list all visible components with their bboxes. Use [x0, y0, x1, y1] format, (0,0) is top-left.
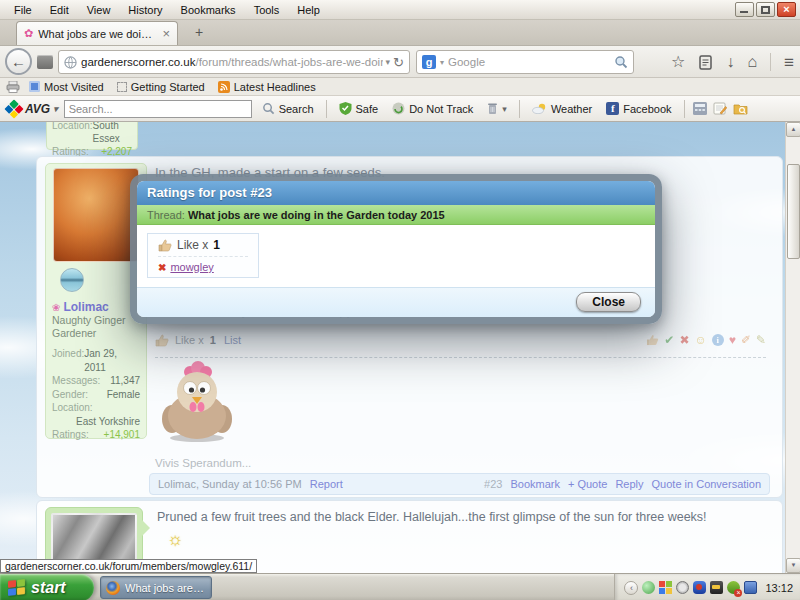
post-meta: Lolimac, Sunday at 10:56 PM — [158, 478, 302, 490]
rate-agree-icon[interactable]: ✔ — [664, 333, 674, 347]
search-bar[interactable]: g ▾ — [416, 50, 634, 74]
avg-safe-button[interactable]: Safe — [335, 100, 383, 117]
printer-icon[interactable] — [6, 81, 20, 93]
scrollbar-thumb[interactable] — [787, 164, 800, 259]
tab-close-icon[interactable]: × — [162, 27, 170, 40]
scroll-down-button[interactable]: ▼ — [786, 558, 800, 573]
home-icon[interactable]: ⌂ — [747, 54, 757, 70]
modal-footer: Close — [137, 287, 655, 317]
tray-windows-icon[interactable] — [659, 581, 672, 594]
user-title: Naughty GingerGardener — [52, 314, 140, 340]
bookmark-star-icon[interactable]: ☆ — [671, 54, 685, 70]
windows-logo-icon — [8, 579, 25, 596]
rate-like-icon[interactable] — [646, 334, 659, 346]
menu-edit[interactable]: Edit — [42, 2, 77, 18]
menu-bookmarks[interactable]: Bookmarks — [173, 2, 244, 18]
getting-started-icon — [117, 82, 127, 92]
tray-collapse-icon[interactable]: ‹ — [624, 581, 638, 595]
sun-emoticon-icon: ☼ — [167, 529, 184, 550]
downloads-icon[interactable]: ↓ — [726, 54, 734, 70]
avg-magnifier-icon — [262, 102, 275, 115]
notepad-icon[interactable] — [713, 102, 727, 115]
remove-rating-icon[interactable]: ✖ — [158, 262, 166, 273]
new-tab-button[interactable]: + — [186, 23, 212, 42]
thumbs-up-icon — [155, 334, 169, 347]
minimize-button[interactable] — [735, 2, 754, 17]
rate-useful-icon[interactable]: ✐ — [741, 333, 751, 347]
start-button[interactable]: start — [0, 574, 94, 600]
next-user-avatar[interactable] — [51, 513, 137, 565]
menu-tools[interactable]: Tools — [246, 2, 288, 18]
back-button[interactable]: ← — [5, 48, 32, 75]
avg-trash-button[interactable]: ▾ — [483, 100, 511, 117]
bookmarks-toolbar: Most Visited Getting Started Latest Head… — [0, 78, 800, 96]
google-engine-icon[interactable]: g — [422, 55, 436, 69]
tray-phone-icon[interactable] — [710, 581, 723, 594]
folder-search-icon[interactable] — [733, 102, 748, 115]
avg-search-input[interactable] — [64, 100, 252, 118]
taskbar-task-firefox[interactable]: What jobs are we doi... — [100, 576, 212, 599]
avg-facebook-button[interactable]: f Facebook — [602, 100, 675, 117]
bookmark-link[interactable]: Bookmark — [510, 478, 560, 490]
address-bar[interactable]: gardenerscorner.co.uk/forum/threads/what… — [58, 50, 410, 74]
chicken-image — [157, 359, 237, 443]
rate-informative-icon[interactable]: i — [712, 334, 724, 346]
reply-link[interactable]: Reply — [615, 478, 643, 490]
like-list-link[interactable]: List — [224, 334, 241, 346]
username-link[interactable]: Lolimac — [63, 300, 108, 314]
tray-scheduler-icon[interactable] — [676, 581, 689, 594]
ratings-modal: Ratings for post #23 Thread:What jobs ar… — [130, 174, 662, 324]
rating-buttons[interactable]: ✔ ✖ ☺ i ♥ ✐ ✎ — [646, 333, 766, 347]
next-post-text: Pruned a few fruit trees and the black E… — [157, 510, 768, 524]
scroll-up-button[interactable]: ▲ — [786, 122, 800, 137]
tab-favicon-flower-icon: ✿ — [24, 28, 33, 39]
tray-alert-icon[interactable] — [727, 581, 740, 594]
avg-weather-button[interactable]: Weather — [528, 101, 596, 117]
tab-bar: ✿ What jobs are we doing in th... × + — [0, 20, 800, 46]
tab-title: What jobs are we doing in th... — [38, 28, 157, 40]
bookmark-most-visited[interactable]: Most Visited — [25, 81, 108, 93]
page-content: Location:South Essex Ratings:+2,207 ❀ Lo… — [0, 122, 800, 573]
maximize-button[interactable] — [756, 2, 775, 17]
report-link[interactable]: Report — [310, 478, 343, 490]
thumbs-up-icon — [158, 239, 172, 252]
calculator-icon[interactable] — [693, 102, 707, 115]
post-number[interactable]: #23 — [484, 478, 502, 490]
menu-hamburger-icon[interactable]: ≡ — [784, 54, 794, 71]
quote-link[interactable]: + Quote — [568, 478, 607, 490]
tray-messenger-icon[interactable] — [642, 581, 655, 594]
url-dropdown-icon[interactable]: ▾ — [386, 57, 391, 67]
magnifier-icon[interactable] — [614, 55, 628, 69]
rate-funny-icon[interactable]: ☺ — [694, 333, 706, 347]
bookmarks-panel-icon[interactable] — [698, 55, 713, 70]
search-input[interactable] — [448, 56, 610, 68]
avg-do-not-track-button[interactable]: Do Not Track — [388, 100, 477, 117]
rater-username-link[interactable]: mowgley — [170, 261, 213, 273]
avg-search-button[interactable]: Search — [258, 100, 318, 117]
rate-creative-icon[interactable]: ✎ — [756, 333, 766, 347]
rate-friendly-icon[interactable]: ♥ — [729, 333, 736, 347]
modal-close-button[interactable]: Close — [576, 292, 641, 312]
toolbar-extension-icon[interactable] — [37, 55, 53, 69]
menu-help[interactable]: Help — [289, 2, 328, 18]
tab-active[interactable]: ✿ What jobs are we doing in th... × — [16, 21, 178, 45]
tray-display-icon[interactable] — [744, 581, 757, 594]
menu-view[interactable]: View — [79, 2, 119, 18]
search-engine-dropdown-icon[interactable]: ▾ — [440, 58, 444, 67]
post-divider — [155, 357, 766, 358]
menu-history[interactable]: History — [120, 2, 170, 18]
user-avatar[interactable] — [53, 168, 139, 262]
close-window-button[interactable]: × — [777, 2, 796, 17]
avg-logo[interactable]: AVG ▾ — [6, 101, 58, 117]
tray-bluetooth-icon[interactable] — [693, 581, 706, 594]
menu-file[interactable]: File — [6, 2, 40, 18]
rate-disagree-icon[interactable]: ✖ — [679, 333, 689, 347]
reload-icon[interactable]: ↻ — [393, 55, 404, 70]
bookmark-getting-started[interactable]: Getting Started — [113, 81, 209, 93]
bookmark-latest-headlines[interactable]: Latest Headlines — [214, 81, 320, 93]
system-tray: ‹ 13:12 — [614, 574, 800, 600]
vertical-scrollbar[interactable]: ▲ ▼ — [785, 122, 800, 573]
safe-shield-icon — [339, 102, 352, 115]
rss-icon — [218, 81, 230, 93]
quote-in-conversation-link[interactable]: Quote in Conversation — [652, 478, 761, 490]
